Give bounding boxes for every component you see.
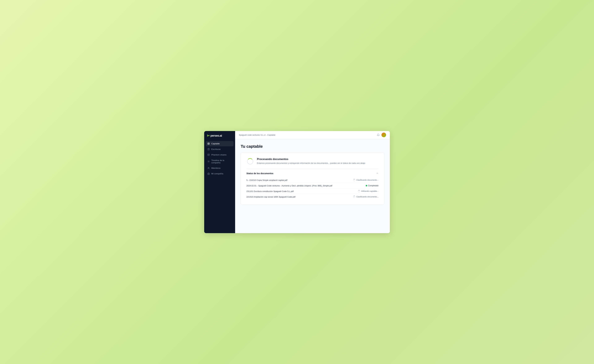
processing-card: Procesando documentos Estamos procesando… bbox=[241, 153, 384, 205]
page-content: Tu captable Procesando documentos Estamo… bbox=[235, 139, 390, 233]
sidebar-item-miembros[interactable]: Miembros bbox=[206, 166, 234, 171]
processing-header: Procesando documentos Estamos procesando… bbox=[246, 158, 378, 165]
svg-rect-0 bbox=[208, 143, 209, 144]
doc-name-4: 221410 Ampliación cap social 100K Spague… bbox=[246, 196, 296, 198]
sidebar-nav: Captable Escrituras Phantom shares bbox=[204, 141, 235, 176]
svg-point-11 bbox=[208, 167, 209, 168]
notifications-button[interactable] bbox=[377, 134, 380, 136]
doc-name-2: 2024.02.01 - Spagueti Code ventures - Au… bbox=[246, 185, 332, 187]
status-dot-2 bbox=[366, 185, 367, 186]
phantom-icon bbox=[207, 154, 210, 156]
document-icon bbox=[207, 148, 210, 150]
sidebar-item-timeline[interactable]: Timeline de la compañía bbox=[206, 158, 234, 165]
doc-status-2: Completado bbox=[366, 185, 378, 187]
sidebar-item-phantom-shares[interactable]: Phantom shares bbox=[206, 152, 234, 157]
logo-text: perseo.ai bbox=[210, 134, 222, 137]
avatar[interactable] bbox=[381, 133, 386, 137]
sidebar-item-mi-compania[interactable]: Mi compañía bbox=[206, 171, 234, 176]
doc-status-3: Infiriendo captable... bbox=[358, 190, 378, 192]
docs-header: Status de los documentos bbox=[246, 172, 378, 175]
miembros-label: Miembros bbox=[211, 167, 220, 169]
doc-row-3: 231101 Escritura constitución Spagueti C… bbox=[246, 189, 378, 194]
page-title: Tu captable bbox=[241, 144, 384, 149]
docs-section: Status de los documentos 5.- 210210 Copi… bbox=[246, 169, 378, 200]
svg-point-12 bbox=[209, 168, 209, 168]
mi-compania-label: Mi compañía bbox=[211, 173, 223, 175]
doc-status-text-4: Clasificando documento... bbox=[356, 196, 378, 198]
status-spinner-3 bbox=[358, 190, 360, 192]
phantom-shares-label: Phantom shares bbox=[211, 154, 226, 156]
processing-title: Procesando documentos bbox=[257, 158, 365, 161]
captable-label: Captable bbox=[211, 142, 220, 145]
doc-status-text-2: Completado bbox=[368, 185, 378, 187]
main-area: Spagueti code ventures S.L.U - Captable … bbox=[235, 131, 390, 233]
docs-section-title: Status de los documentos bbox=[246, 172, 273, 175]
loading-spinner bbox=[246, 158, 254, 165]
collapse-button[interactable] bbox=[376, 172, 378, 175]
doc-row-2: 2024.02.01 - Spagueti Code ventures - Au… bbox=[246, 183, 378, 189]
timeline-icon bbox=[207, 160, 210, 163]
logo[interactable]: ⊨ perseo.ai bbox=[204, 131, 235, 141]
svg-rect-8 bbox=[208, 154, 209, 156]
status-spinner-1 bbox=[353, 179, 355, 181]
doc-row-4: 221410 Ampliación cap social 100K Spague… bbox=[246, 194, 378, 200]
users-icon bbox=[207, 167, 210, 169]
breadcrumb: Spagueti code ventures S.L.U - Captable bbox=[239, 134, 275, 136]
svg-rect-13 bbox=[208, 173, 209, 175]
timeline-label: Timeline de la compañía bbox=[211, 159, 232, 164]
doc-name-1: 5.- 210210 Copia Simple ampliació capita… bbox=[246, 179, 287, 181]
doc-status-4: Clasificando documento... bbox=[353, 196, 378, 198]
app-header: Spagueti code ventures S.L.U - Captable bbox=[235, 131, 390, 139]
doc-status-text-3: Infiriendo captable... bbox=[361, 190, 378, 192]
sidebar: ⊨ perseo.ai Captable Escrituras bbox=[204, 131, 235, 233]
doc-row-1: 5.- 210210 Copia Simple ampliació capita… bbox=[246, 177, 378, 183]
app-window: ⊨ perseo.ai Captable Escrituras bbox=[204, 131, 390, 233]
processing-description: Estamos procesando documentos y extrayen… bbox=[257, 162, 365, 165]
sidebar-item-escrituras[interactable]: Escrituras bbox=[206, 147, 234, 152]
doc-name-3: 231101 Escritura constitución Spagueti C… bbox=[246, 190, 294, 192]
table-icon bbox=[207, 142, 210, 145]
doc-status-text-1: Clasificando documento... bbox=[356, 179, 378, 181]
processing-info: Procesando documentos Estamos procesando… bbox=[257, 158, 365, 165]
header-actions bbox=[377, 133, 386, 137]
sidebar-item-captable[interactable]: Captable bbox=[206, 141, 234, 146]
doc-status-1: Clasificando documento... bbox=[353, 179, 378, 181]
status-spinner-4 bbox=[353, 196, 355, 198]
logo-icon: ⊨ bbox=[207, 134, 209, 137]
escrituras-label: Escrituras bbox=[211, 148, 221, 150]
building-icon bbox=[207, 173, 210, 175]
